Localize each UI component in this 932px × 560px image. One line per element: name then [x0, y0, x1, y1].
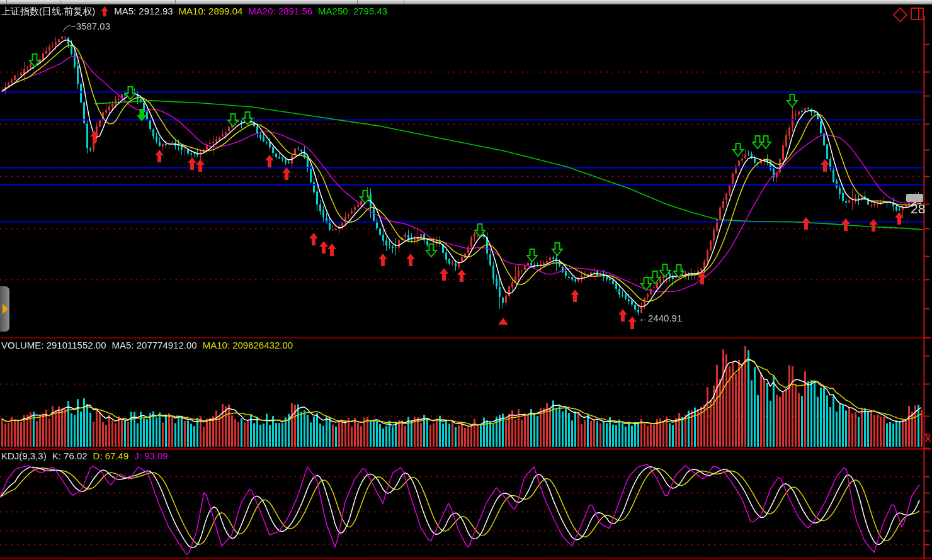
kdj-header: KDJ(9,3,3) K: 76.02 D: 67.49 J: 93.09 [1, 451, 168, 461]
toolbar-separator [6, 0, 7, 4]
low-price-label: ←2440.91 [639, 313, 682, 323]
split-window-icon[interactable] [911, 8, 924, 20]
volume-ma10-value: MA10: 209626432.00 [203, 340, 293, 350]
j-value: J: 93.09 [134, 451, 168, 461]
toolbar-separator [175, 0, 176, 4]
symbol-title: 上证指数(日线.前复权) [1, 6, 95, 18]
kdj-pane[interactable] [0, 449, 932, 557]
toolbar-edge-strip [0, 0, 932, 4]
toolbar-separator [357, 0, 358, 4]
expand-triangle-icon [3, 304, 8, 314]
sidebar-expand-handle[interactable] [0, 286, 9, 332]
toolbar-separator [60, 0, 60, 4]
volume-value: VOLUME: 291011552.00 [1, 340, 106, 350]
right-axis [923, 16, 932, 557]
volume-header: VOLUME: 291011552.00 MA5: 207774912.00 M… [1, 340, 293, 350]
d-value: D: 67.49 [93, 451, 129, 461]
window-divider-icon [918, 9, 919, 19]
k-value: K: 76.02 [52, 451, 88, 461]
toolbar-separator [404, 0, 404, 4]
up-arrow-icon [101, 6, 108, 18]
high-price-label: ~3587.03 [71, 21, 110, 31]
current-price-label: 28 [911, 201, 925, 216]
volume-ma5-value: MA5: 207774912.00 [112, 340, 197, 350]
volume-pane[interactable] [0, 338, 932, 447]
ma5-value: MA5: 2912.93 [114, 6, 173, 18]
kdj-name: KDJ(9,3,3) [1, 451, 47, 461]
ma20-value: MA20: 2891.56 [248, 6, 312, 18]
main-chart-header: 上证指数(日线.前复权) MA5: 2912.93 MA10: 2899.04 … [1, 6, 387, 18]
ma10-value: MA10: 2899.04 [179, 6, 243, 18]
main-chart-pane[interactable] [0, 4, 932, 337]
ma250-value: MA250: 2795.43 [318, 6, 387, 18]
close-pane-icon[interactable]: X [925, 434, 931, 444]
trading-app-window: 上证指数(日线.前复权) MA5: 2912.93 MA10: 2899.04 … [0, 0, 932, 560]
